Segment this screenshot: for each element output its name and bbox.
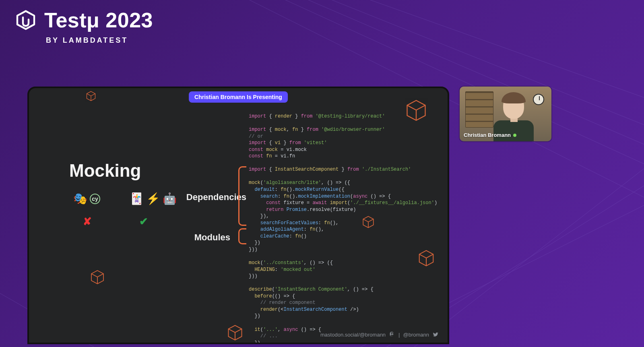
tool-icon-grid: 🎭 cy 🃏 ⚡ 🤖 ✘ ✔	[73, 192, 174, 228]
footer-separator: |	[398, 332, 400, 338]
vitest-icon: ⚡	[146, 192, 160, 205]
logo-mark-icon	[14, 10, 37, 32]
mastodon-handle: mastodon.social/@bromann	[320, 332, 386, 338]
theater-masks-icon: 🎭	[73, 192, 87, 205]
event-subtitle: BY LAMBDATEST	[46, 36, 153, 45]
slide-footer: mastodon.social/@bromann | @bromann	[320, 331, 439, 338]
label-modules: Modules	[194, 232, 230, 243]
jest-icon: 🃏	[130, 192, 144, 205]
cube-icon	[226, 324, 244, 342]
cypress-icon: cy	[90, 194, 100, 204]
presenter-webcam: Christian Bromann	[460, 87, 551, 141]
brace-dependencies-icon	[238, 166, 246, 226]
twitter-handle: @bromann	[403, 332, 429, 338]
col1-icons: 🎭 cy	[73, 192, 118, 205]
col2-mark: ✔	[130, 215, 174, 228]
presenter-badge: Christian Bromann Is Presenting	[189, 91, 288, 103]
cube-icon	[417, 249, 436, 268]
cube-icon	[85, 91, 97, 102]
event-title: Testμ 2023	[44, 10, 153, 31]
cube-icon	[89, 269, 105, 285]
live-indicator-icon	[513, 134, 516, 137]
brace-modules-icon	[238, 228, 246, 244]
col1-mark: ✘	[73, 215, 118, 228]
event-logo: Testμ 2023 BY LAMBDATEST	[14, 10, 153, 45]
code-sample: import { render } from '@testing-library…	[249, 113, 445, 344]
slide-title: Mocking	[69, 161, 141, 181]
cube-icon	[361, 215, 375, 229]
wdio-icon: 🤖	[163, 192, 177, 205]
twitter-icon	[432, 331, 439, 338]
col2-icons: 🃏 ⚡ 🤖	[130, 192, 174, 205]
mastodon-icon	[389, 331, 395, 338]
cube-icon	[404, 99, 428, 123]
label-dependencies: Dependencies	[186, 192, 246, 202]
presentation-slide: Christian Bromann Is Presenting Mocking …	[27, 87, 449, 344]
presenter-name-label: Christian Bromann	[464, 132, 516, 138]
presenter-name: Christian Bromann	[464, 132, 511, 138]
